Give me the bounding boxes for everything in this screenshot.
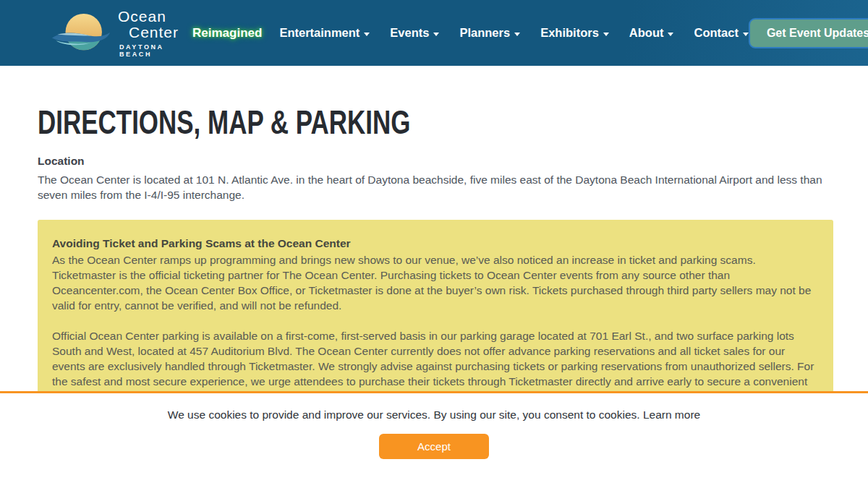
cookie-message: We use cookies to provide and improve ou… bbox=[0, 408, 868, 421]
logo-line-daytona-beach: DAYTONA BEACH bbox=[119, 43, 179, 58]
nav-item-planners[interactable]: Planners bbox=[459, 26, 520, 40]
nav-item-label: Planners bbox=[459, 26, 510, 40]
nav-item-exhibitors[interactable]: Exhibitors bbox=[540, 26, 609, 40]
logo-wordmark: Ocean Center DAYTONA BEACH bbox=[118, 9, 179, 58]
location-paragraph: The Ocean Center is located at 101 N. At… bbox=[38, 172, 822, 203]
nav-item-label: Contact bbox=[694, 26, 738, 40]
get-event-updates-button[interactable]: Get Event Updates bbox=[749, 18, 868, 48]
scam-warning-notice-box: Avoiding Ticket and Parking Scams at the… bbox=[38, 220, 833, 420]
nav-item-contact[interactable]: Contact bbox=[694, 26, 748, 40]
learn-more-link[interactable]: Learn more bbox=[643, 408, 700, 421]
location-label: Location bbox=[38, 155, 832, 168]
chevron-down-icon bbox=[668, 33, 673, 36]
cookie-consent-banner: We use cookies to provide and improve ou… bbox=[0, 391, 868, 488]
nav-item-label: Exhibitors bbox=[540, 26, 599, 40]
nav-item-label: About bbox=[629, 26, 664, 40]
logo-line-center: Center bbox=[129, 25, 179, 40]
chevron-down-icon bbox=[433, 33, 439, 36]
notice-paragraph-tickets: As the Ocean Center ramps up programming… bbox=[52, 252, 816, 313]
chevron-down-icon bbox=[364, 33, 370, 36]
nav-item-about[interactable]: About bbox=[629, 26, 674, 40]
nav-item-label: Events bbox=[390, 26, 429, 40]
chevron-down-icon bbox=[603, 33, 609, 36]
cookie-message-text: We use cookies to provide and improve ou… bbox=[168, 408, 643, 421]
notice-title: Avoiding Ticket and Parking Scams at the… bbox=[52, 236, 816, 251]
ocean-center-logo[interactable]: Ocean Center DAYTONA BEACH bbox=[51, 9, 179, 58]
sun-wave-logo-icon bbox=[51, 11, 111, 56]
chevron-down-icon bbox=[514, 33, 520, 36]
page-content: DIRECTIONS, MAP & PARKING Location The O… bbox=[0, 66, 868, 420]
accept-cookies-button[interactable]: Accept bbox=[379, 434, 489, 459]
chevron-down-icon bbox=[743, 33, 749, 36]
nav-item-events[interactable]: Events bbox=[390, 26, 439, 40]
top-navbar: Ocean Center DAYTONA BEACH Reimagined En… bbox=[0, 0, 868, 66]
reimagined-badge: Reimagined bbox=[192, 26, 262, 40]
nav-item-label: Entertainment bbox=[279, 26, 359, 40]
logo-line-ocean: Ocean bbox=[118, 9, 179, 24]
main-navigation: Entertainment Events Planners Exhibitors… bbox=[279, 26, 749, 40]
page-title: DIRECTIONS, MAP & PARKING bbox=[38, 106, 641, 139]
nav-item-entertainment[interactable]: Entertainment bbox=[279, 26, 370, 40]
